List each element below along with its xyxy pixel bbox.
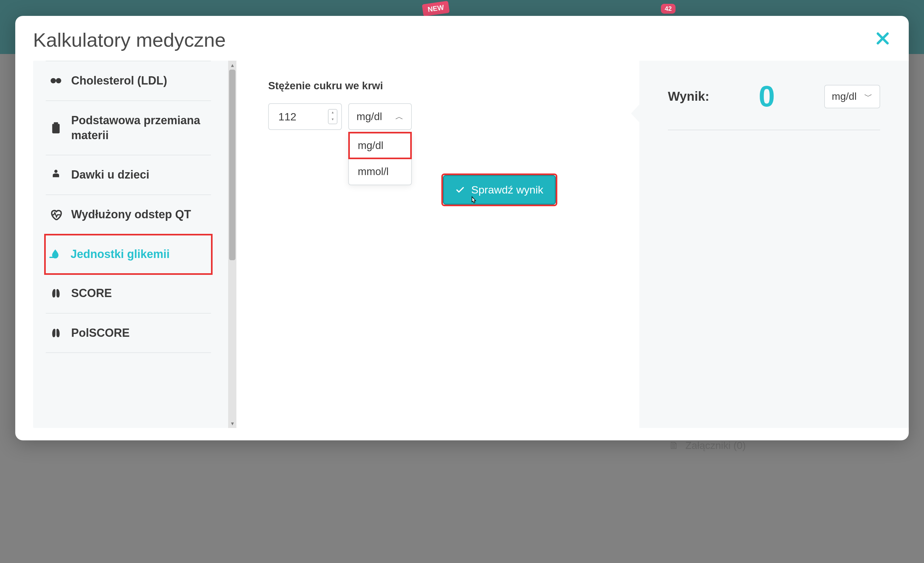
sidebar-item-score[interactable]: SCORE <box>46 274 211 314</box>
value-input-wrap: ▴ ▾ <box>268 103 342 130</box>
sidebar-scroll[interactable]: Cholesterol (LDL) Podstawowa przemiana m… <box>33 61 236 428</box>
submit-button[interactable]: Sprawdź wynik <box>443 175 556 205</box>
unit-select-wrap: mg/dl ︿ mg/dl mmol/l <box>348 103 412 130</box>
submit-label: Sprawdź wynik <box>471 184 543 196</box>
sidebar-item-cholesterol[interactable]: Cholesterol (LDL) <box>46 61 211 101</box>
svg-point-3 <box>56 78 62 84</box>
scroll-down-arrow[interactable]: ▾ <box>228 419 236 428</box>
main-form: Stężenie cukru we krwi ▴ ▾ mg/dl ︿ mg/dl <box>236 61 639 428</box>
sidebar-item-label: Cholesterol (LDL) <box>71 74 167 88</box>
attachments-section: 🗎 Załączniki (0) <box>669 440 746 452</box>
scrollbar-thumb[interactable] <box>229 70 236 260</box>
unit-option-mgdl[interactable]: mg/dl <box>349 132 411 159</box>
result-panel: Wynik: 0 mg/dl ﹀ <box>639 61 909 428</box>
unit-selected-label: mg/dl <box>357 111 382 123</box>
modal-title: Kalkulatory medyczne <box>33 29 226 51</box>
heartbeat-icon <box>50 209 62 221</box>
svg-rect-6 <box>54 122 58 125</box>
sidebar-item-metabolism[interactable]: Podstawowa przemiana materii <box>46 101 211 156</box>
sidebar-item-label: SCORE <box>71 286 112 301</box>
sidebar-item-qt-interval[interactable]: Wydłużony odstep QT <box>46 195 211 235</box>
spinner-down-icon[interactable]: ▾ <box>328 117 337 124</box>
result-label: Wynik: <box>668 89 709 104</box>
result-unit-select[interactable]: mg/dl ﹀ <box>824 85 880 108</box>
sidebar-item-label: Jednostki glikemii <box>70 247 170 262</box>
attachments-label: Załączniki (0) <box>686 440 746 452</box>
result-notch <box>631 104 640 123</box>
unit-select[interactable]: mg/dl ︿ <box>348 103 412 130</box>
sidebar-item-polscore[interactable]: PolSCORE <box>46 314 211 353</box>
chevron-up-icon: ︿ <box>395 111 404 122</box>
field-label: Stężenie cukru we krwi <box>268 80 627 92</box>
drop-icon <box>49 248 62 261</box>
svg-point-7 <box>54 170 57 173</box>
sidebar-item-label: PolSCORE <box>71 326 130 341</box>
attachment-icon: 🗎 <box>669 440 679 452</box>
calculator-modal: Kalkulatory medyczne Cholesterol (LDL) P… <box>15 16 909 440</box>
result-value: 0 <box>759 80 775 113</box>
lungs-icon <box>50 327 62 339</box>
svg-point-2 <box>51 78 56 84</box>
result-unit-label: mg/dl <box>832 90 856 102</box>
spinner-up-icon[interactable]: ▴ <box>328 110 337 117</box>
submit-highlight: Sprawdź wynik <box>443 175 556 205</box>
check-icon <box>455 185 465 195</box>
child-icon <box>50 169 62 182</box>
chevron-down-icon: ﹀ <box>864 91 873 102</box>
unit-option-mmoll[interactable]: mmol/l <box>349 159 411 185</box>
close-icon <box>874 30 891 47</box>
cursor-pointer-icon <box>469 196 478 209</box>
sidebar-item-pediatric-doses[interactable]: Dawki u dzieci <box>46 155 211 195</box>
close-button[interactable] <box>874 30 891 50</box>
number-spinner[interactable]: ▴ ▾ <box>328 109 338 124</box>
count-badge: 42 <box>661 4 675 14</box>
clipboard-icon <box>50 122 62 134</box>
svg-rect-4 <box>52 124 59 133</box>
sidebar-item-label: Podstawowa przemiana materii <box>71 113 207 143</box>
sidebar: Cholesterol (LDL) Podstawowa przemiana m… <box>33 61 236 428</box>
modal-body: Cholesterol (LDL) Podstawowa przemiana m… <box>15 61 909 428</box>
scrollbar[interactable]: ▴ ▾ <box>228 61 236 428</box>
result-row: Wynik: 0 mg/dl ﹀ <box>668 80 880 130</box>
eye-icon <box>50 74 62 87</box>
input-row: ▴ ▾ mg/dl ︿ mg/dl mmol/l <box>268 103 627 130</box>
lungs-icon <box>50 287 62 300</box>
sidebar-item-glycemia-units[interactable]: Jednostki glikemii <box>45 235 212 274</box>
scroll-up-arrow[interactable]: ▴ <box>228 61 236 70</box>
unit-dropdown: mg/dl mmol/l <box>348 132 412 185</box>
sidebar-item-label: Wydłużony odstep QT <box>71 207 191 222</box>
sidebar-item-label: Dawki u dzieci <box>71 167 149 182</box>
modal-header: Kalkulatory medyczne <box>15 29 909 61</box>
